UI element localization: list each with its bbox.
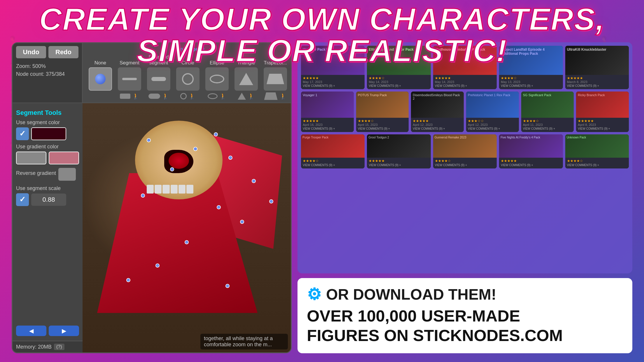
card-thumb-label-11: Purge Trooper Pack: [301, 134, 365, 140]
view-comments-6[interactable]: VIEW COMMENTS (9) +: [358, 127, 407, 130]
card-date-0: May 17, 2023: [303, 80, 363, 84]
card-date-6: April 15, 2023: [358, 123, 407, 126]
gradient-color-row: Use gradient color: [16, 144, 79, 164]
grid-card-11[interactable]: Purge Trooper Pack ★★★★☆ VIEW COMMENTS (…: [301, 134, 365, 168]
node-dot-1: [147, 138, 151, 142]
view-comments-11[interactable]: VIEW COMMENTS (9) +: [303, 164, 363, 167]
nav-right-icon: ▶: [62, 327, 66, 334]
view-comments-3[interactable]: VIEW COMMENTS (9) +: [501, 84, 561, 87]
card-thumb-5: Voyager 1: [301, 92, 354, 118]
segment-color-label: Use segment color: [16, 120, 79, 126]
view-comments-13[interactable]: VIEW COMMENTS (9) +: [435, 164, 495, 167]
tool-none-icon[interactable]: [89, 67, 112, 91]
tool-circle-sub: 🚶: [180, 92, 196, 101]
scale-checkbox[interactable]: [16, 193, 29, 206]
node-dot-9: [185, 240, 189, 244]
grid-card-10[interactable]: Ricky Branch Pack ★★★★★ April 8, 2023 VI…: [576, 92, 629, 132]
grid-card-15[interactable]: Unknown Pack ★★★★☆ VIEW COMMENTS (9) +: [565, 134, 629, 168]
rounded-shape: [151, 77, 166, 81]
grid-card-5[interactable]: Voyager 1 ★★★★★ April 16, 2023 VIEW COMM…: [301, 92, 354, 132]
help-button[interactable]: (?): [54, 344, 64, 350]
sub-person-icon: 🚶: [132, 93, 139, 100]
grid-row-2: Voyager 1 ★★★★★ April 16, 2023 VIEW COMM…: [301, 92, 629, 132]
view-comments-15[interactable]: VIEW COMMENTS (9) +: [567, 164, 627, 167]
view-comments-8[interactable]: VIEW COMMENTS (9) +: [468, 127, 517, 130]
card-info-4: ★★★★★ March 8, 2023 VIEW COMMENTS (9) +: [565, 75, 629, 89]
segment-color-checkbox[interactable]: [16, 127, 29, 140]
gradient-color-swatch-mauve[interactable]: [49, 152, 79, 164]
view-comments-7[interactable]: VIEW COMMENTS (9) +: [413, 127, 462, 130]
grid-card-7[interactable]: DisembodiedSmileys Blood Pack 2 ★★★★★ Ap…: [411, 92, 464, 132]
view-comments-9[interactable]: VIEW COMMENTS (9) +: [523, 127, 572, 130]
grid-card-9[interactable]: SG Significant Pack ★★★★☆ April 11, 2023…: [521, 92, 574, 132]
card-thumb-10: Ricky Branch Pack: [576, 92, 629, 118]
tool-rounded-icon[interactable]: [147, 67, 170, 91]
gradient-color-swatch-gray[interactable]: [16, 152, 46, 164]
sub-rounded-icon: [148, 94, 160, 99]
card-stars-12: ★★★★★: [369, 159, 429, 163]
scale-input[interactable]: [31, 194, 66, 206]
tool-none-circle: [95, 74, 106, 84]
char-iris: [169, 153, 189, 169]
tool-circle-icon[interactable]: [176, 67, 200, 91]
card-thumb-label-9: SG Significant Pack: [521, 92, 574, 99]
card-thumb-13: Gunnersd Remake 2023: [433, 134, 497, 158]
reverse-gradient-row: Reverse gradient: [16, 168, 79, 181]
card-stars-11: ★★★★☆: [303, 159, 363, 163]
reverse-swatch[interactable]: [58, 168, 76, 181]
card-stars-0: ★★★★★: [303, 76, 363, 80]
view-comments-1[interactable]: VIEW COMMENTS (9) +: [369, 84, 429, 87]
tool-triangle-icon[interactable]: [235, 67, 258, 91]
card-stars-10: ★★★★★: [578, 119, 627, 123]
grid-card-14[interactable]: Five Nights At Freddy's 4 Pack ★★★★★ VIE…: [499, 134, 563, 168]
card-thumb-14: Five Nights At Freddy's 4 Pack: [499, 134, 563, 158]
view-comments-2[interactable]: VIEW COMMENTS (9) +: [435, 84, 495, 87]
view-comments-12[interactable]: VIEW COMMENTS (9) +: [369, 164, 429, 167]
node-dot-7: [228, 156, 232, 160]
card-info-3: ★★★★☆ May 13, 2023 VIEW COMMENTS (9) +: [499, 75, 563, 89]
card-thumb-label-14: Five Nights At Freddy's 4 Pack: [499, 134, 563, 140]
tool-trapezoid-icon[interactable]: [264, 67, 287, 91]
segment-color-swatch[interactable]: [31, 127, 66, 140]
view-comments-14[interactable]: VIEW COMMENTS (9) +: [501, 164, 561, 167]
segment-color-row: Use segment color: [16, 120, 79, 140]
tool-ellipse-sub: 🚶: [208, 92, 227, 101]
tool-segment-sub: 🚶: [120, 92, 139, 101]
view-comments-0[interactable]: VIEW COMMENTS (9) +: [303, 84, 363, 87]
grid-card-13[interactable]: Gunnersd Remake 2023 ★★★★☆ VIEW COMMENTS…: [433, 134, 497, 168]
figures-grid: Voyager Pack 9 ★★★★★ May 17, 2023 VIEW C…: [298, 42, 632, 273]
node-dot-6: [240, 220, 244, 224]
sub-trap-person: 🚶: [279, 93, 287, 100]
nav-scroll-bar: ◀ ▶: [13, 324, 83, 338]
nav-right-btn[interactable]: ▶: [49, 326, 79, 336]
nav-left-btn[interactable]: ◀: [16, 326, 46, 336]
tool-ellipse-icon[interactable]: [205, 67, 229, 91]
card-info-9: ★★★★☆ April 11, 2023 VIEW COMMENTS (9) +: [521, 118, 574, 132]
view-comments-4[interactable]: VIEW COMMENTS (9) +: [567, 84, 627, 87]
card-info-6: ★★★★☆ April 15, 2023 VIEW COMMENTS (9) +: [356, 118, 409, 132]
sub-circle-person: 🚶: [188, 93, 196, 100]
card-date-5: April 16, 2023: [303, 123, 352, 126]
node-dot-13: [214, 132, 218, 136]
node-count: Node count: 375/384: [16, 70, 78, 78]
view-comments-5[interactable]: VIEW COMMENTS (9) +: [303, 127, 352, 130]
view-comments-10[interactable]: VIEW COMMENTS (9) +: [578, 127, 627, 130]
tool-segment-icon[interactable]: [118, 67, 141, 91]
grid-card-6[interactable]: POTUS Trump Pack ★★★★☆ April 15, 2023 VI…: [356, 92, 409, 132]
ellipse-shape: [210, 75, 224, 83]
card-date-1: May 14, 2023: [369, 80, 429, 84]
card-info-10: ★★★★★ April 8, 2023 VIEW COMMENTS (9) +: [576, 118, 629, 132]
memory-label: Memory: 20MB: [16, 344, 52, 350]
grid-card-8[interactable]: Prehistoric Planet 1 Rex Pack ★★★☆☆ Apri…: [466, 92, 519, 132]
circle-shape: [182, 73, 194, 85]
card-info-14: ★★★★★ VIEW COMMENTS (9) +: [499, 158, 563, 168]
card-stars-14: ★★★★★: [501, 159, 561, 163]
card-info-12: ★★★★★ VIEW COMMENTS (9) +: [367, 158, 430, 168]
card-thumb-6: POTUS Trump Pack: [356, 92, 409, 118]
main-container: Undo Redo Zoom: 500% Node count: 375/384…: [12, 42, 632, 353]
card-stars-4: ★★★★★: [567, 76, 627, 80]
segment-tools-title: Segment Tools: [16, 109, 79, 117]
grid-card-12[interactable]: Grool Toolgun 2 ★★★★★ VIEW COMMENTS (9) …: [367, 134, 430, 168]
card-info-15: ★★★★☆ VIEW COMMENTS (9) +: [565, 158, 629, 168]
card-stars-1: ★★★★☆: [369, 76, 429, 80]
